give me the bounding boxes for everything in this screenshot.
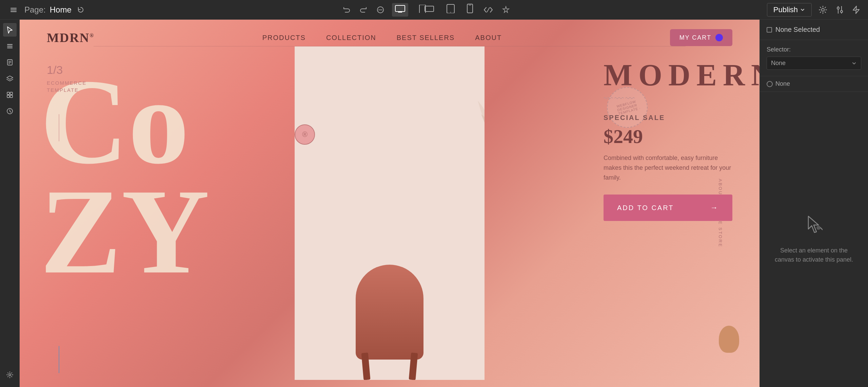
svg-point-4 bbox=[379, 9, 380, 10]
modern-title: MODERN bbox=[604, 60, 732, 90]
hero-section: 1/3 ECOMMERCE TEMPLATE CoZY bbox=[20, 46, 760, 380]
adjust-toolbar-button[interactable] bbox=[834, 4, 846, 16]
website-preview: MDRN® PRODUCTS COLLECTION BEST SELLERS A… bbox=[20, 20, 760, 387]
svg-rect-0 bbox=[11, 8, 17, 9]
none-row: None bbox=[760, 76, 868, 92]
sidebar-assets-button[interactable] bbox=[3, 104, 17, 118]
vase-decoration bbox=[719, 326, 739, 353]
nav-links: PRODUCTS COLLECTION BEST SELLERS ABOUT bbox=[262, 34, 502, 42]
sidebar-components-button[interactable] bbox=[3, 88, 17, 102]
cart-notification-dot bbox=[715, 34, 723, 41]
cart-label: MY CART bbox=[679, 34, 711, 41]
center-image-block bbox=[295, 46, 485, 380]
panel-title: None Selected bbox=[775, 26, 820, 34]
comments-button[interactable] bbox=[375, 4, 386, 15]
svg-point-5 bbox=[380, 9, 381, 10]
code-button[interactable] bbox=[482, 5, 494, 15]
r-badge: ® bbox=[295, 124, 315, 145]
svg-point-19 bbox=[841, 11, 843, 13]
product-description: Combined with comfortable, easy furnitur… bbox=[604, 153, 732, 182]
panel-placeholder: Select an element on the canvas to activ… bbox=[760, 92, 868, 387]
sidebar-layers2-button[interactable] bbox=[3, 72, 17, 85]
toolbar-left: Page: Home bbox=[7, 3, 86, 17]
svg-rect-11 bbox=[425, 6, 434, 12]
svg-rect-26 bbox=[7, 46, 13, 47]
none-selected-checkbox[interactable] bbox=[767, 27, 772, 33]
selector-value: None bbox=[771, 60, 786, 67]
svg-rect-35 bbox=[10, 95, 13, 98]
arrow-right-icon: → bbox=[710, 203, 719, 212]
wave-decoration: 〰〰〰 bbox=[604, 93, 732, 104]
selector-label: Selector: bbox=[767, 46, 861, 53]
ai-button[interactable] bbox=[500, 4, 511, 15]
sidebar-cursor-tool[interactable] bbox=[3, 23, 17, 37]
slide-number: 1/3 bbox=[47, 63, 86, 77]
lightning-toolbar-button[interactable] bbox=[851, 4, 861, 16]
panel-hint-text: Select an element on the canvas to activ… bbox=[773, 246, 854, 264]
toolbar-right: Publish bbox=[767, 3, 861, 17]
svg-rect-1 bbox=[11, 9, 17, 11]
site-navigation: MDRN® PRODUCTS COLLECTION BEST SELLERS A… bbox=[20, 20, 760, 46]
settings-toolbar-button[interactable] bbox=[817, 4, 829, 16]
vertical-accent-top bbox=[59, 114, 59, 141]
cozy-big-text: CoZY bbox=[40, 67, 210, 286]
left-sidebar bbox=[0, 20, 20, 387]
sidebar-pages-button[interactable] bbox=[3, 56, 17, 69]
svg-rect-7 bbox=[395, 5, 405, 12]
svg-rect-33 bbox=[10, 92, 13, 95]
nav-bestsellers-link[interactable]: BEST SELLERS bbox=[397, 34, 455, 41]
page-label: Page: bbox=[24, 5, 46, 15]
sidebar-settings-button[interactable] bbox=[3, 368, 17, 382]
svg-line-16 bbox=[487, 7, 490, 12]
desktop-device-button[interactable] bbox=[392, 3, 408, 17]
nav-collection-link[interactable]: COLLECTION bbox=[326, 34, 376, 41]
add-to-cart-label: ADD TO CART bbox=[617, 204, 674, 212]
svg-rect-2 bbox=[11, 11, 17, 12]
undo-button[interactable] bbox=[341, 4, 352, 15]
svg-rect-34 bbox=[7, 95, 9, 98]
svg-point-18 bbox=[837, 7, 839, 9]
tablet-device-button[interactable] bbox=[443, 2, 458, 17]
panel-header: None Selected bbox=[760, 20, 868, 40]
svg-rect-25 bbox=[7, 44, 13, 45]
refresh-button[interactable] bbox=[76, 5, 86, 15]
svg-marker-24 bbox=[853, 6, 859, 14]
add-to-cart-button[interactable]: ADD TO CART → bbox=[604, 195, 732, 221]
none-label: None bbox=[775, 80, 790, 87]
svg-point-39 bbox=[816, 226, 821, 230]
svg-point-37 bbox=[9, 374, 11, 376]
tablet-landscape-device-button[interactable] bbox=[414, 3, 437, 17]
ecommerce-label: ECOMMERCE TEMPLATE bbox=[47, 79, 86, 94]
svg-point-17 bbox=[822, 8, 824, 11]
svg-point-13 bbox=[450, 12, 451, 13]
toolbar: Page: Home bbox=[0, 0, 868, 20]
svg-rect-27 bbox=[7, 47, 13, 48]
price-display: $249 bbox=[604, 125, 732, 148]
special-sale-label: SPECIAL SALE bbox=[604, 114, 732, 122]
selector-section: Selector: None bbox=[760, 40, 868, 76]
publish-label: Publish bbox=[773, 5, 798, 14]
svg-rect-32 bbox=[7, 92, 9, 95]
nav-about-link[interactable]: ABOUT bbox=[475, 34, 502, 41]
slide-indicator: 1/3 ECOMMERCE TEMPLATE bbox=[47, 63, 86, 94]
right-content-panel: MODERN 〰〰〰 SPECIAL SALE $249 Combined wi… bbox=[604, 60, 732, 221]
mobile-device-button[interactable] bbox=[464, 2, 476, 17]
selector-dropdown[interactable]: None bbox=[767, 57, 861, 70]
right-editor-panel: None Selected Selector: None None Select… bbox=[760, 20, 868, 387]
page-name: Home bbox=[50, 5, 72, 15]
menu-toggle-button[interactable] bbox=[7, 3, 20, 17]
svg-rect-14 bbox=[467, 4, 473, 13]
cursor-placeholder-icon bbox=[806, 215, 823, 239]
site-logo: MDRN® bbox=[47, 30, 94, 45]
sidebar-layers-button[interactable] bbox=[3, 39, 17, 53]
vertical-accent-bottom bbox=[59, 346, 59, 373]
nav-products-link[interactable]: PRODUCTS bbox=[262, 34, 306, 41]
redo-button[interactable] bbox=[358, 4, 369, 15]
svg-point-6 bbox=[381, 9, 382, 10]
none-circle-icon bbox=[767, 81, 773, 87]
canvas-area[interactable]: MDRN® PRODUCTS COLLECTION BEST SELLERS A… bbox=[20, 20, 760, 387]
publish-button[interactable]: Publish bbox=[767, 3, 812, 17]
cart-button[interactable]: MY CART bbox=[670, 29, 732, 46]
toolbar-center bbox=[341, 2, 511, 17]
main-area: MDRN® PRODUCTS COLLECTION BEST SELLERS A… bbox=[0, 20, 868, 387]
